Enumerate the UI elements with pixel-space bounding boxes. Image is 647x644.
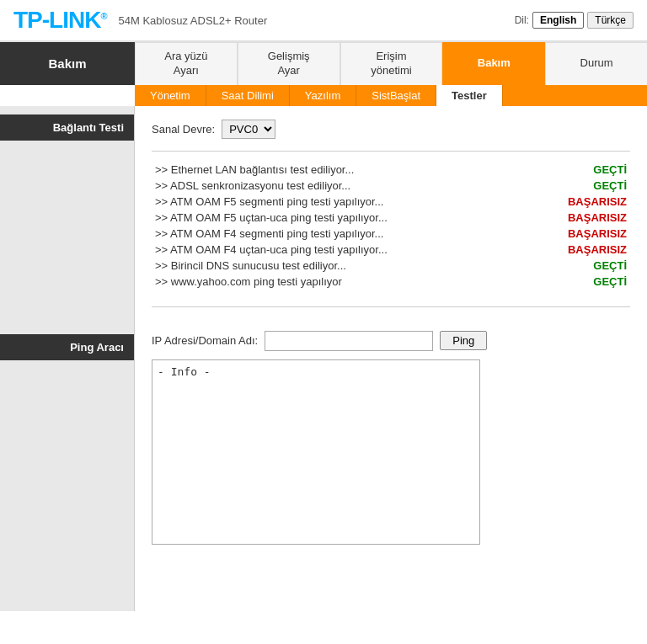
sidebar-item-ping-araci[interactable]: Ping Aracı	[0, 334, 134, 360]
table-row: >> ATM OAM F4 uçtan-uca ping testi yapıl…	[152, 242, 630, 258]
test-label: >> ATM OAM F4 uçtan-uca ping testi yapıl…	[155, 243, 388, 256]
sanal-devre-row: Sanal Devre: PVC0 PVC1 PVC2 PVC3 PVC4 PV…	[152, 120, 630, 139]
sanal-devre-label: Sanal Devre:	[152, 123, 215, 136]
tab-erisim[interactable]: Erişimyönetimi	[340, 42, 443, 85]
table-row: >> www.yahoo.com ping testi yapılıyor GE…	[152, 274, 630, 290]
status-badge: GEÇTİ	[593, 163, 627, 176]
table-row: >> ATM OAM F5 uçtan-uca ping testi yapıl…	[152, 210, 630, 226]
logo-area: TP-LINK® 54M Kablosuz ADSL2+ Router	[13, 7, 267, 34]
ping-label: IP Adresi/Domain Adı:	[152, 334, 258, 347]
test-label: >> ATM OAM F4 segmenti ping testi yapılı…	[155, 227, 383, 240]
ping-section: IP Adresi/Domain Adı: Ping	[152, 317, 630, 547]
status-badge: BAŞARISIZ	[568, 243, 627, 256]
lang-label: Dil:	[515, 14, 529, 26]
divider-middle	[152, 306, 630, 307]
main-content: Sanal Devre: PVC0 PVC1 PVC2 PVC3 PVC4 PV…	[135, 106, 647, 611]
content-area: Bağlantı Testi Ping Aracı Sanal Devre: P…	[0, 106, 647, 611]
tp-link-logo: TP-LINK®	[13, 7, 107, 34]
status-badge: BAŞARISIZ	[568, 227, 627, 240]
header: TP-LINK® 54M Kablosuz ADSL2+ Router Dil:…	[0, 0, 647, 42]
test-label: >> Birincil DNS sunucusu test ediliyor..…	[155, 259, 346, 272]
test-label: >> www.yahoo.com ping testi yapılıyor	[155, 275, 342, 288]
sidebar: Bağlantı Testi Ping Aracı	[0, 106, 135, 611]
test-label: >> ATM OAM F5 uçtan-uca ping testi yapıl…	[155, 211, 388, 224]
table-row: >> ATM OAM F4 segmenti ping testi yapılı…	[152, 226, 630, 242]
tab-ara-yuzu[interactable]: Ara yüzüAyarı	[135, 42, 238, 85]
ping-input[interactable]	[265, 331, 433, 351]
router-subtitle: 54M Kablosuz ADSL2+ Router	[119, 14, 268, 27]
sidebar-item-baglanti-testi[interactable]: Bağlantı Testi	[0, 114, 134, 141]
logo-reg: ®	[100, 11, 106, 21]
table-row: >> ATM OAM F5 segmenti ping testi yapılı…	[152, 194, 630, 210]
subtab-yazilim[interactable]: Yazılım	[290, 85, 356, 106]
logo-text: TP-LINK	[13, 7, 100, 33]
tab-durum[interactable]: Durum	[545, 42, 647, 85]
ping-button[interactable]: Ping	[440, 331, 487, 350]
top-tabs: Ara yüzüAyarı GelişmişAyar Erişimyönetim…	[135, 42, 647, 85]
subtab-yonetim[interactable]: Yönetim	[135, 85, 206, 106]
tab-gelismis[interactable]: GelişmişAyar	[238, 42, 340, 85]
table-row: >> Birincil DNS sunucusu test ediliyor..…	[152, 258, 630, 274]
ping-output-textarea[interactable]	[152, 359, 480, 545]
ping-input-row: IP Adresi/Domain Adı: Ping	[152, 331, 630, 351]
subtab-sistbaslat[interactable]: SistBaşlat	[356, 85, 436, 106]
status-badge: BAŞARISIZ	[568, 211, 627, 224]
sub-nav: Yönetim Saat Dilimi Yazılım SistBaşlat T…	[135, 85, 647, 106]
sidebar-title: Bakım	[0, 42, 135, 85]
language-selector: Dil: English Türkçe	[515, 12, 634, 29]
subtab-testler[interactable]: Testler	[436, 85, 503, 106]
status-badge: GEÇTİ	[593, 179, 627, 192]
table-row: >> Ethernet LAN bağlantısı test ediliyor…	[152, 162, 630, 178]
test-label: >> ADSL senkronizasyonu test ediliyor...	[155, 179, 350, 192]
sanal-devre-select[interactable]: PVC0 PVC1 PVC2 PVC3 PVC4 PVC5 PVC6 PVC7	[222, 120, 275, 139]
status-badge: GEÇTİ	[593, 259, 627, 272]
test-label: >> ATM OAM F5 segmenti ping testi yapılı…	[155, 195, 383, 208]
lang-turkish-button[interactable]: Türkçe	[587, 12, 634, 29]
test-label: >> Ethernet LAN bağlantısı test ediliyor…	[155, 163, 354, 176]
status-badge: BAŞARISIZ	[568, 195, 627, 208]
main-nav: Bakım Ara yüzüAyarı GelişmişAyar Erişimy…	[0, 42, 647, 85]
test-results: >> Ethernet LAN bağlantısı test ediliyor…	[152, 162, 630, 290]
divider-top	[152, 151, 630, 152]
status-badge: GEÇTİ	[593, 275, 627, 288]
subtab-saat-dilimi[interactable]: Saat Dilimi	[206, 85, 290, 106]
tab-bakim[interactable]: Bakım	[442, 42, 545, 85]
lang-english-button[interactable]: English	[532, 12, 584, 29]
table-row: >> ADSL senkronizasyonu test ediliyor...…	[152, 178, 630, 194]
